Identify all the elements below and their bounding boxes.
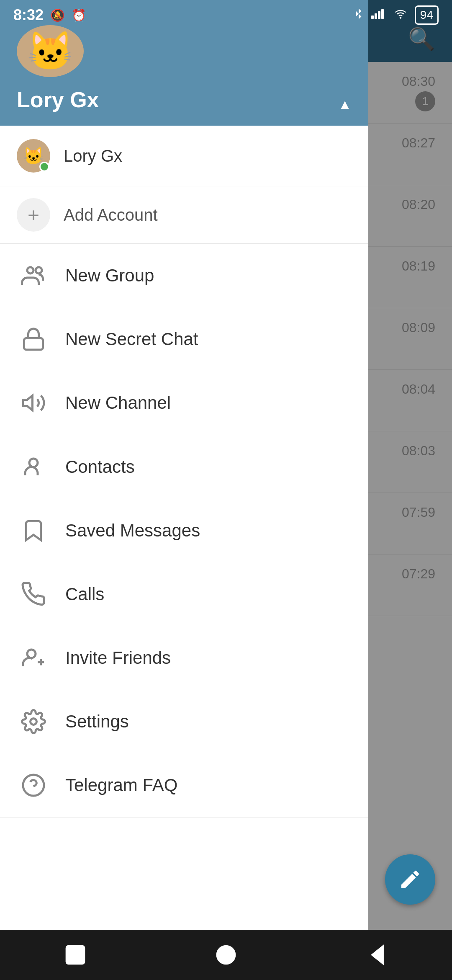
svg-marker-18 <box>373 947 383 962</box>
add-account-item[interactable]: + Add Account <box>0 186 368 243</box>
svg-rect-16 <box>67 946 84 964</box>
svg-rect-13 <box>378 11 380 19</box>
group-icon <box>17 259 50 292</box>
navigation-drawer: 🐱 Lory Gx ▲ 🐱 Lory Gx + Add Account <box>0 0 368 980</box>
silent-icon: 🔕 <box>50 8 65 22</box>
avatar[interactable]: 🐱 <box>17 25 84 77</box>
svg-rect-11 <box>371 15 374 19</box>
add-account-label: Add Account <box>64 206 158 224</box>
new-group-label: New Group <box>65 266 154 286</box>
svg-point-8 <box>31 719 37 725</box>
new-secret-chat-label: New Secret Chat <box>65 329 198 349</box>
svg-marker-3 <box>23 396 33 410</box>
new-secret-chat-item[interactable]: New Secret Chat <box>0 307 368 371</box>
bookmark-icon <box>17 514 50 547</box>
time-display: 8:32 <box>13 6 44 24</box>
new-group-item[interactable]: New Group <box>0 244 368 307</box>
drawer-username: Lory Gx <box>17 87 352 112</box>
contacts-label: Contacts <box>65 457 135 477</box>
svg-point-5 <box>27 650 36 658</box>
wifi-icon <box>393 8 408 23</box>
svg-point-0 <box>27 267 33 273</box>
expand-icon[interactable]: ▲ <box>338 97 352 112</box>
saved-messages-label: Saved Messages <box>65 521 200 541</box>
battery-indicator: 94 <box>415 5 439 25</box>
svg-point-15 <box>400 17 401 18</box>
signal-icon <box>371 8 386 23</box>
new-channel-label: New Channel <box>65 393 171 413</box>
invite-friends-label: Invite Friends <box>65 648 171 668</box>
account-section: 🐱 Lory Gx + Add Account <box>0 126 368 244</box>
recent-apps-button[interactable] <box>59 938 92 972</box>
account-avatar: 🐱 <box>17 139 50 173</box>
saved-messages-item[interactable]: Saved Messages <box>0 499 368 562</box>
telegram-faq-item[interactable]: Telegram FAQ <box>0 753 368 817</box>
home-button[interactable] <box>209 938 243 972</box>
bluetooth-icon <box>353 8 365 23</box>
menu-section-1: New Group New Secret Chat New Channel <box>0 244 368 435</box>
lock-icon <box>17 322 50 356</box>
svg-rect-12 <box>375 13 377 19</box>
settings-label: Settings <box>65 712 129 732</box>
phone-icon <box>17 578 50 611</box>
menu-section-2: Contacts Saved Messages Calls <box>0 435 368 818</box>
new-channel-item[interactable]: New Channel <box>0 371 368 435</box>
telegram-faq-label: Telegram FAQ <box>65 775 177 795</box>
status-bar: 8:32 🔕 ⏰ 94 <box>0 0 452 30</box>
person-icon <box>17 450 50 484</box>
person-add-icon <box>17 641 50 675</box>
invite-friends-item[interactable]: Invite Friends <box>0 626 368 690</box>
svg-point-4 <box>29 459 38 467</box>
add-account-icon: + <box>17 198 50 232</box>
compose-fab[interactable] <box>385 854 435 905</box>
megaphone-icon <box>17 386 50 420</box>
svg-rect-14 <box>381 9 384 19</box>
back-button[interactable] <box>360 938 393 972</box>
svg-rect-2 <box>24 338 43 350</box>
navigation-bar <box>0 930 452 980</box>
settings-item[interactable]: Settings <box>0 690 368 753</box>
help-circle-icon <box>17 769 50 802</box>
calls-item[interactable]: Calls <box>0 562 368 626</box>
alarm-icon: ⏰ <box>72 8 86 22</box>
current-account-item[interactable]: 🐱 Lory Gx <box>0 126 368 186</box>
gear-icon <box>17 705 50 738</box>
svg-point-17 <box>217 946 235 964</box>
calls-label: Calls <box>65 584 104 604</box>
online-indicator <box>39 162 49 172</box>
svg-point-1 <box>36 267 42 273</box>
account-name-label: Lory Gx <box>64 147 122 165</box>
contacts-item[interactable]: Contacts <box>0 435 368 499</box>
